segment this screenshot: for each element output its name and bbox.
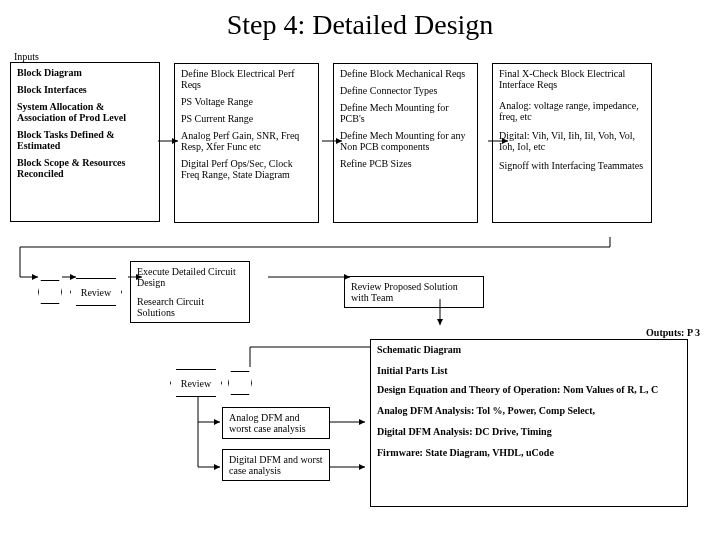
mech-l3: Define Mech Mounting for any Non PCB com…	[340, 130, 471, 152]
inputs-l1: Block Diagram	[17, 67, 153, 78]
outputs-l1: Schematic Diagram	[377, 344, 681, 355]
dfm-analog-text: Analog DFM and worst case analysis	[229, 412, 306, 434]
xcheck-box: Final X-Check Block Electrical Interface…	[492, 63, 652, 223]
elec-l1: PS Voltage Range	[181, 96, 312, 107]
xcheck-l3: Signoff with Interfacing Teammates	[499, 160, 645, 171]
dfm-analog-box: Analog DFM and worst case analysis	[222, 407, 330, 439]
inputs-box: Block Diagram Block Interfaces System Al…	[10, 62, 160, 222]
review-hex-1: Review	[70, 278, 122, 306]
xcheck-l1: Analog: voltage range, impedance, freq, …	[499, 100, 645, 122]
dfm-digital-text: Digital DFM and worst case analysis	[229, 454, 323, 476]
outputs-l4: Analog DFM Analysis: Tol %, Power, Comp …	[377, 405, 681, 416]
inputs-l3: System Allocation & Association of Prod …	[17, 101, 153, 123]
inputs-l2: Block Interfaces	[17, 84, 153, 95]
elec-box: Define Block Electrical Perf Reqs PS Vol…	[174, 63, 319, 223]
review-team-box: Review Proposed Solution with Team	[344, 276, 484, 308]
dfm-digital-box: Digital DFM and worst case analysis	[222, 449, 330, 481]
mech-l2: Define Mech Mounting for PCB's	[340, 102, 471, 124]
elec-l4: Digital Perf Ops/Sec, Clock Freq Range, …	[181, 158, 312, 180]
outputs-label: Outputs: P 3	[646, 327, 700, 338]
mech-l1: Define Connector Types	[340, 85, 471, 96]
elec-h: Define Block Electrical Perf Reqs	[181, 68, 312, 90]
elec-l3: Analog Perf Gain, SNR, Freq Resp, Xfer F…	[181, 130, 312, 152]
inputs-l4: Block Tasks Defined & Estimated	[17, 129, 153, 151]
design-box: Execute Detailed Circuit Design Research…	[130, 261, 250, 323]
review-team-text: Review Proposed Solution with Team	[351, 281, 458, 303]
outputs-l5: Digital DFM Analysis: DC Drive, Timing	[377, 426, 681, 437]
inputs-l5: Block Scope & Resources Reconciled	[17, 157, 153, 179]
mech-h: Define Block Mechanical Reqs	[340, 68, 471, 79]
review-hex-2: Review	[170, 369, 222, 397]
xcheck-h: Final X-Check Block Electrical Interface…	[499, 68, 645, 90]
chevron-hex-icon	[38, 280, 62, 304]
design-l2: Research Circuit Solutions	[137, 296, 243, 318]
mech-l4: Refine PCB Sizes	[340, 158, 471, 169]
design-l1: Execute Detailed Circuit Design	[137, 266, 243, 288]
inputs-label: Inputs	[14, 51, 160, 62]
xcheck-l2: Digital: Vih, Vil, Iih, Iil, Voh, Vol, I…	[499, 130, 645, 152]
chevron-hex-icon-2	[228, 371, 252, 395]
elec-l2: PS Current Range	[181, 113, 312, 124]
page-title: Step 4: Detailed Design	[10, 9, 710, 41]
outputs-l3: Design Equation and Theory of Operation:…	[377, 384, 681, 395]
outputs-box: Schematic Diagram Initial Parts List Des…	[370, 339, 688, 507]
mech-box: Define Block Mechanical Reqs Define Conn…	[333, 63, 478, 223]
outputs-l2: Initial Parts List	[377, 365, 681, 376]
outputs-l6: Firmware: State Diagram, VHDL, uCode	[377, 447, 681, 458]
